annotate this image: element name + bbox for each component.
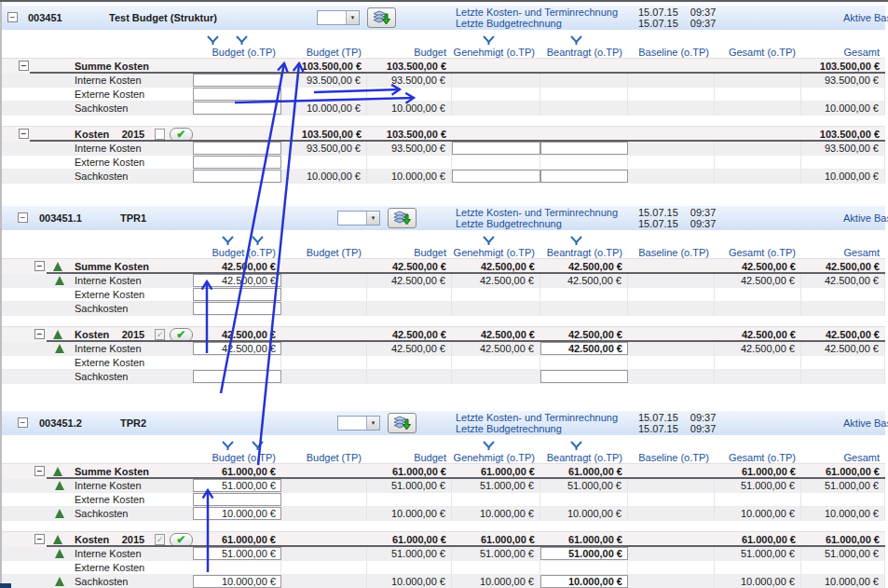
column-header-budget-otp[interactable]: Budget (o.TP) bbox=[193, 47, 281, 58]
collapse-icon[interactable]: − bbox=[19, 61, 29, 71]
project-header-bar: − 003451.1 TPR1 ▼ Letzte Kosten- und Ter… bbox=[2, 206, 885, 230]
cell-otp[interactable] bbox=[193, 142, 281, 155]
cell-otp[interactable] bbox=[193, 170, 281, 183]
cell-otp[interactable] bbox=[193, 302, 281, 315]
cell-otp[interactable] bbox=[193, 156, 281, 169]
filter-icon[interactable] bbox=[252, 440, 264, 452]
dropdown-arrow-icon[interactable]: ▼ bbox=[366, 417, 379, 430]
collapse-icon[interactable]: − bbox=[19, 129, 29, 139]
column-header-genehmigt[interactable]: Genehmigt (o.TP) bbox=[452, 247, 540, 258]
cell-bean bbox=[540, 288, 628, 301]
cell-gen: 42.500,00 € bbox=[452, 259, 540, 274]
collapse-icon[interactable]: − bbox=[34, 466, 45, 476]
column-header-gesamt-otp[interactable]: Gesamt (o.TP) bbox=[715, 247, 801, 258]
cell-ges bbox=[801, 561, 885, 574]
column-header-gesamt[interactable]: Gesamt bbox=[801, 452, 885, 463]
year-combobox[interactable]: ▼ bbox=[317, 10, 360, 25]
cell-otp[interactable] bbox=[193, 288, 281, 301]
cell-gen[interactable] bbox=[452, 170, 540, 183]
collapse-icon[interactable]: − bbox=[18, 417, 28, 428]
filter-icon[interactable] bbox=[252, 235, 264, 247]
column-header-budget-otp[interactable]: Budget (o.TP) bbox=[193, 247, 281, 258]
cell-budget bbox=[367, 493, 452, 506]
cell-otp[interactable]: 42.500,00 € bbox=[193, 274, 281, 287]
cell-gen[interactable] bbox=[452, 142, 540, 155]
row-label: Sachkosten bbox=[75, 575, 193, 588]
column-header-gesamt[interactable]: Gesamt bbox=[801, 247, 885, 258]
column-header-baseline[interactable]: Baseline (o.TP) bbox=[628, 47, 715, 58]
cell-bean: 42.500,00 € bbox=[540, 274, 628, 287]
filter-icon[interactable] bbox=[222, 440, 234, 452]
confirm-button[interactable]: ✔ bbox=[170, 128, 193, 142]
column-header-gesamt[interactable]: Gesamt bbox=[801, 47, 885, 58]
filter-icon[interactable] bbox=[207, 34, 219, 47]
column-header-budget[interactable]: Budget bbox=[367, 247, 452, 258]
column-header-budget-otp[interactable]: Budget (o.TP) bbox=[193, 452, 281, 463]
filter-icon[interactable] bbox=[570, 34, 582, 47]
group-checkbox[interactable] bbox=[155, 129, 165, 140]
recalculate-button[interactable] bbox=[388, 413, 417, 433]
cell-bean[interactable] bbox=[540, 370, 628, 383]
column-header-baseline[interactable]: Baseline (o.TP) bbox=[628, 247, 715, 258]
cell-otp[interactable]: 10.000,00 € bbox=[193, 507, 281, 520]
cost-row: Interne Kosten51.000,00 €51.000,00 €51.0… bbox=[2, 479, 885, 493]
filter-icon[interactable] bbox=[570, 235, 582, 247]
cell-otp[interactable] bbox=[193, 88, 281, 101]
cell-bean[interactable] bbox=[540, 170, 628, 183]
recalculate-button[interactable] bbox=[367, 7, 396, 28]
cell-bean[interactable]: 42.500,00 € bbox=[540, 342, 628, 355]
column-header-budget[interactable]: Budget bbox=[367, 47, 452, 58]
collapse-icon[interactable]: − bbox=[34, 261, 45, 271]
column-header-beantragt[interactable]: Beantragt (o.TP) bbox=[540, 452, 628, 463]
cell-bean[interactable] bbox=[540, 142, 628, 155]
collapse-icon[interactable]: − bbox=[7, 12, 18, 22]
cell-bean[interactable]: 51.000,00 € bbox=[540, 547, 628, 560]
column-header-genehmigt[interactable]: Genehmigt (o.TP) bbox=[452, 452, 540, 463]
column-header-budget[interactable]: Budget bbox=[367, 452, 452, 463]
group-label: Summe Kosten bbox=[75, 261, 130, 272]
column-header-budget-tp[interactable]: Budget (TP) bbox=[281, 47, 367, 58]
cell-otp[interactable] bbox=[193, 370, 281, 383]
filter-icon[interactable] bbox=[222, 235, 234, 247]
filter-icon[interactable] bbox=[483, 34, 495, 47]
row-label: Externe Kosten bbox=[75, 493, 193, 506]
cell-otp[interactable]: 42.500,00 € bbox=[193, 342, 281, 355]
column-header-beantragt[interactable]: Beantragt (o.TP) bbox=[540, 247, 628, 258]
cell-base bbox=[628, 532, 715, 547]
collapse-icon[interactable]: − bbox=[34, 534, 45, 544]
cell-otp[interactable] bbox=[193, 102, 281, 115]
filter-icon[interactable] bbox=[570, 440, 582, 452]
column-header-baseline[interactable]: Baseline (o.TP) bbox=[628, 452, 715, 463]
group-checkbox[interactable]: ✓ bbox=[155, 329, 165, 340]
year-combobox[interactable]: ▼ bbox=[337, 211, 380, 226]
column-header-budget-tp[interactable]: Budget (TP) bbox=[281, 452, 367, 463]
dropdown-arrow-icon[interactable]: ▼ bbox=[366, 212, 379, 225]
dropdown-arrow-icon[interactable]: ▼ bbox=[346, 11, 359, 24]
column-header-gesamt-otp[interactable]: Gesamt (o.TP) bbox=[715, 47, 801, 58]
filter-icon[interactable] bbox=[483, 235, 495, 247]
cell-otp[interactable]: 51.000,00 € bbox=[193, 547, 281, 560]
cell-otp[interactable]: 10.000,00 € bbox=[193, 575, 281, 588]
cell-base bbox=[628, 74, 715, 87]
column-header-budget-tp[interactable]: Budget (TP) bbox=[281, 247, 367, 258]
confirm-button[interactable]: ✔ bbox=[170, 328, 193, 342]
cell-bean[interactable]: 10.000,00 € bbox=[540, 575, 628, 588]
cell-base bbox=[628, 342, 715, 355]
cell-otp[interactable]: 51.000,00 € bbox=[193, 479, 281, 492]
cell-otp[interactable] bbox=[193, 493, 281, 506]
filter-icon[interactable] bbox=[483, 440, 495, 452]
cell-gen bbox=[452, 127, 540, 142]
collapse-icon[interactable]: − bbox=[34, 329, 45, 339]
recalculate-button[interactable] bbox=[388, 208, 417, 228]
year-combobox[interactable]: ▼ bbox=[337, 416, 380, 431]
cost-row: Sachkosten bbox=[2, 302, 885, 316]
group-checkbox[interactable]: ✓ bbox=[155, 534, 165, 545]
column-header-beantragt[interactable]: Beantragt (o.TP) bbox=[540, 47, 628, 58]
cell-otp[interactable] bbox=[193, 74, 281, 87]
filter-icon[interactable] bbox=[236, 34, 248, 47]
column-header-genehmigt[interactable]: Genehmigt (o.TP) bbox=[452, 47, 540, 58]
collapse-icon[interactable]: − bbox=[18, 212, 28, 223]
column-header-gesamt-otp[interactable]: Gesamt (o.TP) bbox=[715, 452, 801, 463]
confirm-button[interactable]: ✔ bbox=[170, 533, 193, 547]
cell-bean bbox=[540, 561, 628, 574]
